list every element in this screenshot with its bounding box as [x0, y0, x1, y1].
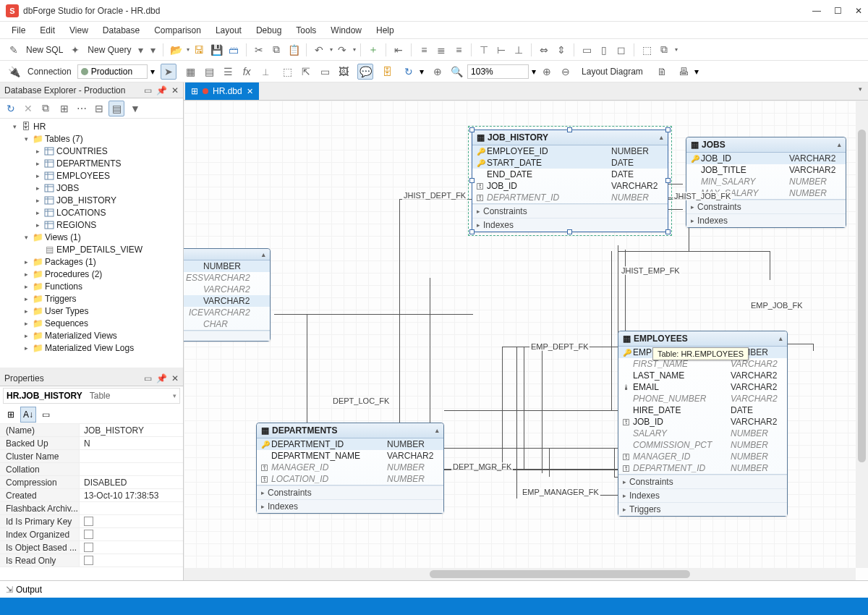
new-window-icon[interactable]: ⧉: [38, 101, 54, 116]
tree-table-job_history[interactable]: JOB_HISTORY: [1, 194, 183, 206]
distribute-v-icon[interactable]: ⇕: [553, 42, 569, 58]
menu-window[interactable]: Window: [325, 24, 367, 37]
props-pin-icon[interactable]: 📌: [156, 373, 167, 383]
output-bar[interactable]: ⇲ Output: [0, 580, 868, 598]
zoom-area-icon[interactable]: ⊕: [430, 64, 446, 80]
rel-jhist-emp-fk[interactable]: JHIST_EMP_FK: [620, 266, 681, 275]
new-query-button[interactable]: New Query: [85, 45, 134, 55]
rel-dept-mgr-fk[interactable]: DEPT_MGR_FK: [451, 462, 513, 471]
tree-folder-materialized-views[interactable]: 📁Materialized Views: [1, 329, 183, 342]
grid-toggle-icon[interactable]: ▦: [182, 64, 198, 80]
vertical-scrollbar[interactable]: [856, 101, 868, 568]
new-sql-icon[interactable]: ✎: [6, 42, 22, 58]
align-right-icon[interactable]: ≡: [451, 42, 467, 58]
tree-table-countries[interactable]: COUNTRIES: [1, 145, 183, 157]
refresh-explorer-icon[interactable]: ↻: [3, 101, 19, 116]
same-size-icon[interactable]: ◻: [613, 42, 629, 58]
table-jobs[interactable]: ▦JOBS▴🔑JOB_IDVARCHAR2JOB_TITLEVARCHAR2MI…: [686, 137, 846, 228]
tree-table-employees[interactable]: EMPLOYEES: [1, 169, 183, 182]
menu-file[interactable]: File: [6, 24, 31, 37]
prop-row[interactable]: Collation: [0, 463, 183, 476]
undo-icon[interactable]: ↶: [311, 42, 327, 58]
export-icon[interactable]: ⇱: [298, 64, 314, 80]
align-left-icon[interactable]: ≡: [416, 42, 432, 58]
table-job-history[interactable]: ▦JOB_HISTORY▴🔑EMPLOYEE_IDNUMBER🔑START_DA…: [472, 130, 668, 232]
menu-layout[interactable]: Layout: [210, 24, 247, 37]
note-icon[interactable]: ▭: [317, 64, 333, 80]
properties-grid[interactable]: (Name)JOB_HISTORYBacked UpNCluster NameC…: [0, 424, 183, 580]
relationship-icon[interactable]: ⟂: [258, 64, 273, 80]
filter-icon[interactable]: ▼: [127, 101, 143, 116]
zoom-out-icon[interactable]: ⊖: [558, 64, 574, 80]
prop-row[interactable]: Index Organized: [0, 528, 183, 541]
table-partial[interactable]: ▴ NUMBERESSVARCHAR2VARCHAR2VARCHAR2ICEVA…: [184, 248, 271, 342]
dropdown-1[interactable]: ▾: [135, 42, 146, 58]
structure-icon-2[interactable]: ⋯: [74, 101, 90, 116]
misc-icon-2[interactable]: ⧉: [656, 42, 672, 58]
menu-view[interactable]: View: [64, 24, 94, 37]
menu-database[interactable]: Database: [97, 24, 145, 37]
disk-icon[interactable]: 🖫: [191, 42, 207, 58]
rel-jhist-job-fk[interactable]: JHIST_JOB_FK: [673, 192, 732, 200]
panel-close-icon[interactable]: ✕: [171, 85, 179, 96]
prop-row[interactable]: Cluster Name: [0, 450, 183, 463]
rel-emp-job-fk[interactable]: EMP_JOB_FK: [749, 301, 804, 310]
maximize-button[interactable]: ☐: [834, 6, 842, 16]
tree-table-jobs[interactable]: JOBS: [1, 182, 183, 194]
cut-icon[interactable]: ✂: [251, 42, 267, 58]
prop-row[interactable]: Created13-Oct-10 17:38:53: [0, 489, 183, 502]
image-icon[interactable]: 🖼: [336, 64, 352, 80]
rel-emp-manager-fk[interactable]: EMP_MANAGER_FK: [521, 488, 600, 496]
table-icon[interactable]: ▤: [201, 64, 217, 80]
props-sort-az-icon[interactable]: A↓: [20, 407, 36, 423]
tab-overflow-icon[interactable]: ▾: [853, 82, 868, 100]
misc-icon-1[interactable]: ⬚: [639, 42, 655, 58]
props-close-icon[interactable]: ✕: [171, 373, 179, 383]
add-icon[interactable]: ＋: [365, 42, 381, 58]
list-icon[interactable]: ☰: [220, 64, 236, 80]
zoom-in-icon[interactable]: ⊕: [539, 64, 555, 80]
distribute-h-icon[interactable]: ⇔: [536, 42, 552, 58]
print-icon[interactable]: 🖶: [676, 64, 692, 80]
props-pages-icon[interactable]: ▭: [38, 407, 54, 423]
tree-folder-procedures-[interactable]: 📁Procedures (2): [1, 268, 183, 280]
panel-pin-icon[interactable]: 📌: [156, 85, 167, 96]
zoom-fit-icon[interactable]: 🔍: [448, 64, 464, 80]
tree-folder-triggers[interactable]: 📁Triggers: [1, 292, 183, 305]
tree-folder-packages-[interactable]: 📁Packages (1): [1, 255, 183, 268]
region-icon[interactable]: ⬚: [279, 64, 295, 80]
properties-path[interactable]: HR.JOB_HISTORY Table ▾: [3, 388, 180, 404]
rel-dept-loc-fk[interactable]: DEPT_LOC_FK: [331, 396, 391, 405]
save-icon[interactable]: 💾: [208, 42, 224, 58]
tree-views-folder[interactable]: 📁Views (1): [1, 231, 183, 243]
align-top-icon[interactable]: ⊤: [476, 42, 492, 58]
same-width-icon[interactable]: ▭: [579, 42, 595, 58]
save-all-icon[interactable]: 🗃: [226, 42, 242, 58]
align-bottom-icon[interactable]: ⊥: [511, 42, 527, 58]
new-sql-button[interactable]: New SQL: [23, 45, 66, 55]
tab-close-icon[interactable]: ✕: [247, 87, 253, 96]
tree-folder-functions[interactable]: 📁Functions: [1, 280, 183, 292]
close-button[interactable]: ✕: [855, 6, 862, 16]
props-categorize-icon[interactable]: ⊞: [3, 407, 19, 423]
minimize-button[interactable]: —: [812, 6, 821, 16]
prop-row[interactable]: Id Is Primary Key: [0, 515, 183, 528]
diagram-canvas[interactable]: ▦JOB_HISTORY▴🔑EMPLOYEE_IDNUMBER🔑START_DA…: [184, 101, 868, 580]
menu-comparison[interactable]: Comparison: [148, 24, 207, 37]
tree-tables-folder[interactable]: 📁Tables (7): [1, 132, 183, 145]
align-center-h-icon[interactable]: ≣: [433, 42, 449, 58]
layout-diagram-button[interactable]: Layout Diagram: [576, 64, 648, 79]
table-departments[interactable]: ▦DEPARTMENTS▴🔑DEPARTMENT_IDNUMBERDEPARTM…: [256, 423, 444, 514]
refresh-icon[interactable]: ↻: [401, 64, 417, 80]
menu-tools[interactable]: Tools: [290, 24, 322, 37]
tree-db-hr[interactable]: 🗄HR: [1, 120, 183, 132]
prop-row[interactable]: Flashback Archiv...: [0, 502, 183, 515]
rel-jhist-dept-fk[interactable]: JHIST_DEPT_FK: [402, 191, 467, 200]
tree-table-regions[interactable]: REGIONS: [1, 219, 183, 231]
preview-icon[interactable]: 🗎: [654, 64, 670, 80]
delete-icon[interactable]: ✕: [20, 101, 36, 116]
same-height-icon[interactable]: ▯: [596, 42, 612, 58]
redo-icon[interactable]: ↷: [334, 42, 350, 58]
prop-row[interactable]: Backed UpN: [0, 437, 183, 450]
pointer-tool-icon[interactable]: ➤: [161, 64, 176, 80]
